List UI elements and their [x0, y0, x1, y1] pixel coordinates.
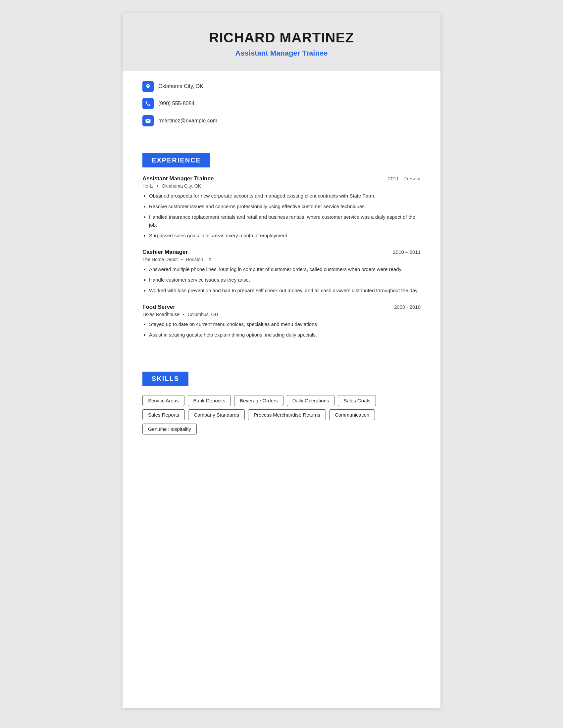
- bullet-3-1: Stayed up to date on current menu choice…: [149, 320, 421, 328]
- skill-tag-8: Communication: [329, 409, 375, 420]
- job-bullets-1: Obtained prospects for new corporate acc…: [142, 192, 421, 240]
- contact-phone: (990) 555-8084: [142, 98, 421, 109]
- company-name-2: The Home Depot: [142, 257, 178, 262]
- experience-section: EXPERIENCE Assistant Manager Trainee 201…: [122, 143, 441, 355]
- location-text: Oklahoma City, OK: [158, 83, 203, 89]
- job-company-2: The Home Depot • Houston, TX: [142, 257, 421, 262]
- header-section: RICHARD MARTINEZ Assistant Manager Train…: [122, 13, 441, 71]
- skill-tag-7: Process Merchandise Returns: [248, 409, 326, 420]
- company-name-3: Texas Roadhouse: [142, 312, 179, 317]
- job-title-2: Cashier Manager: [142, 249, 188, 255]
- contact-section: Oklahoma City, OK (990) 555-8084 rmartin…: [122, 71, 441, 136]
- company-location-2: Houston, TX: [186, 257, 211, 262]
- contact-email: rmartinez@example.com: [142, 115, 421, 126]
- phone-text: (990) 555-8084: [158, 101, 194, 107]
- bullet-3-2: Assist in seating guests; help explain d…: [149, 331, 421, 339]
- email-text: rmartinez@example.com: [158, 118, 217, 124]
- company-location-3: Columbus, OH: [188, 312, 218, 317]
- resume-container: RICHARD MARTINEZ Assistant Manager Train…: [122, 13, 441, 708]
- skills-header: SKILLS: [142, 372, 188, 386]
- header-name: RICHARD MARTINEZ: [136, 30, 427, 46]
- location-icon: [142, 81, 154, 92]
- bullet-2-3: Worked with loss prevention and had to p…: [149, 287, 421, 295]
- bullet-1-1: Obtained prospects for new corporate acc…: [149, 192, 421, 200]
- job-company-1: Hertz • Oklahoma City, OK: [142, 183, 421, 189]
- bullet-2-1: Answered multiple phone lines, kept log …: [149, 265, 421, 273]
- skills-grid: Service AreasBank DepositsBeverage Order…: [142, 395, 421, 434]
- divider-1: [136, 140, 427, 140]
- bullet-2-2: Handle customer service issues as they a…: [149, 276, 421, 284]
- experience-header: EXPERIENCE: [142, 153, 210, 167]
- skill-tag-4: Sales Goals: [338, 395, 376, 406]
- company-location-1: Oklahoma City, OK: [162, 183, 201, 189]
- company-name-1: Hertz: [142, 183, 153, 189]
- divider-3: [136, 451, 427, 451]
- job-dates-3: 2000 - 2010: [394, 304, 421, 310]
- skill-tag-0: Service Areas: [142, 395, 184, 406]
- bullet-1-3: Handled insurance replacement rentals an…: [149, 213, 421, 229]
- job-dates-1: 2011 - Present: [388, 176, 421, 181]
- bullet-1-4: Surpassed sales goals in all areas every…: [149, 232, 421, 240]
- job-bullets-2: Answered multiple phone lines, kept log …: [142, 265, 421, 295]
- job-block-3: Food Server 2000 - 2010 Texas Roadhouse …: [142, 304, 421, 339]
- email-icon: [142, 115, 154, 126]
- job-title-1: Assistant Manager Trainee: [142, 175, 213, 182]
- job-block-1: Assistant Manager Trainee 2011 - Present…: [142, 175, 421, 240]
- skill-tag-2: Beverage Orders: [234, 395, 283, 406]
- phone-icon: [142, 98, 154, 109]
- skill-tag-5: Sales Reports: [142, 409, 185, 420]
- contact-location: Oklahoma City, OK: [142, 81, 421, 92]
- job-bullets-3: Stayed up to date on current menu choice…: [142, 320, 421, 339]
- divider-2: [136, 358, 427, 358]
- bullet-1-2: Resolve customer issues and concerns pro…: [149, 203, 421, 210]
- job-block-2: Cashier Manager 2010 – 2011 The Home Dep…: [142, 249, 421, 295]
- skill-tag-3: Daily Operations: [287, 395, 335, 406]
- skills-section: SKILLS Service AreasBank DepositsBeverag…: [122, 362, 441, 448]
- skill-tag-9: Genuine Hospitality: [142, 424, 197, 434]
- job-title-3: Food Server: [142, 304, 175, 310]
- header-title: Assistant Manager Trainee: [136, 49, 427, 58]
- job-company-3: Texas Roadhouse • Columbus, OH: [142, 312, 421, 317]
- skill-tag-6: Company Standards: [188, 409, 245, 420]
- job-header-1: Assistant Manager Trainee 2011 - Present: [142, 175, 421, 182]
- skill-tag-1: Bank Deposits: [188, 395, 231, 406]
- job-dates-2: 2010 – 2011: [393, 249, 421, 255]
- job-header-2: Cashier Manager 2010 – 2011: [142, 249, 421, 255]
- job-header-3: Food Server 2000 - 2010: [142, 304, 421, 310]
